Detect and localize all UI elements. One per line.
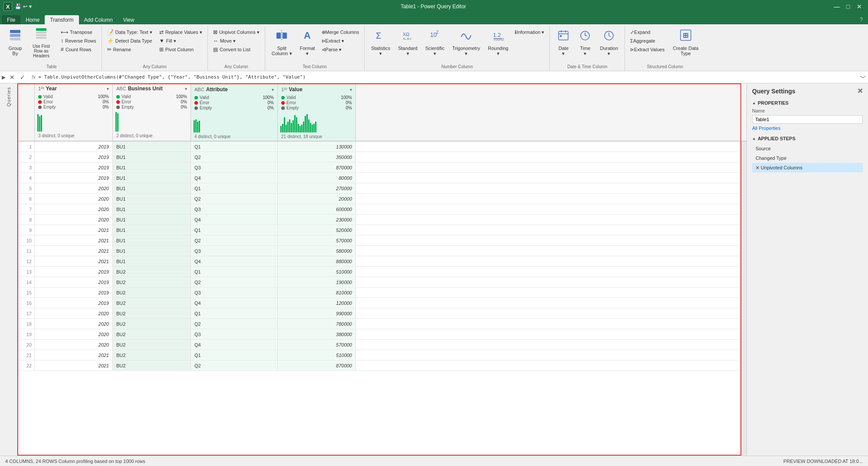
cell-bu: BU2 [113, 350, 191, 360]
format-button[interactable]: A Format▾ [296, 27, 319, 58]
trigonometry-button[interactable]: Trigonometry▾ [448, 27, 484, 58]
tab-add-column[interactable]: Add Column [79, 15, 118, 24]
cell-year: 2019 [35, 298, 113, 308]
col-header-bu: ABC Business Unit ▾ Valid100% Error0% Em… [113, 83, 191, 141]
year-filter-btn[interactable]: ▾ [107, 86, 109, 91]
val-type-icon: 1²³ [281, 87, 287, 92]
extract-button[interactable]: ⊳ Extract ▾ [319, 36, 362, 45]
ribbon-group-number: Σ Statistics▾ XΩ+-×÷ Standard▾ 102 Scien… [365, 26, 550, 71]
step-unpivoted-columns[interactable]: ✕ Unpivoted Columns [752, 163, 863, 172]
date-button[interactable]: Date▾ [552, 27, 574, 58]
reverse-rows-button[interactable]: ↕ Reverse Rows [58, 36, 99, 45]
information-button[interactable]: ℹ Information ▾ [512, 28, 547, 36]
step-source[interactable]: Source [752, 144, 863, 153]
quick-dropdown-icon[interactable]: ▾ [29, 3, 32, 10]
cell-bu: BU2 [113, 288, 191, 297]
convert-list-button[interactable]: ▤ Convert to List [210, 45, 262, 54]
cell-bu: BU2 [113, 277, 191, 287]
step-changed-type[interactable]: Changed Type [752, 153, 863, 163]
cell-bu: BU1 [113, 194, 191, 204]
tab-file[interactable]: File [2, 15, 20, 24]
formula-cancel-btn[interactable]: ✕ [7, 73, 17, 82]
year-stats: Valid100% Error0% Empty0% [36, 93, 112, 111]
fill-button[interactable]: ▼ Fill ▾ [157, 36, 205, 45]
cell-bu: BU1 [113, 173, 191, 183]
row-number: 21 [17, 350, 35, 360]
row-num-header [17, 83, 35, 141]
create-data-type-button[interactable]: ⊞ Create DataType [669, 27, 702, 58]
any-col-right: ⇄ Replace Values ▾ ▼ Fill ▾ ⊞ Pivot Colu… [157, 27, 205, 54]
split-column-button[interactable]: SplitColumn ▾ [268, 27, 296, 58]
cell-bu: BU1 [113, 183, 191, 193]
cell-year: 2020 [35, 194, 113, 204]
all-properties-link[interactable]: All Properties [752, 126, 780, 131]
formula-bar: ▶ ✕ ✓ fx = Table.UnpivotOtherColumns(#"C… [0, 71, 868, 83]
standard-button[interactable]: XΩ+-×÷ Standard▾ [394, 27, 421, 58]
count-rows-button[interactable]: # Count Rows [58, 45, 99, 54]
rounding-button[interactable]: 1.2round Rounding▾ [484, 27, 512, 58]
data-type-button[interactable]: 📝 Data Type: Text ▾ [105, 28, 155, 36]
val-bar-4 [286, 125, 287, 132]
cell-value: 990000 [278, 308, 356, 318]
rename-button[interactable]: ✏ Rename [105, 45, 155, 54]
use-first-row-button[interactable]: Use First Row as Headers [26, 27, 56, 58]
close-button[interactable]: ✕ [854, 2, 865, 11]
help-icon[interactable]: ? [856, 15, 866, 24]
cell-attribute: Q3 [191, 246, 278, 256]
cell-year: 2021 [35, 350, 113, 360]
attr-filter-btn[interactable]: ▾ [272, 87, 274, 92]
bu-filter-btn[interactable]: ▾ [185, 86, 187, 91]
create-data-type-label: Create DataType [673, 46, 698, 56]
val-filter-btn[interactable]: ▾ [350, 87, 352, 92]
number-column-label: Number Column [441, 64, 473, 70]
cell-value: 350000 [278, 152, 356, 162]
svg-text:round: round [494, 37, 504, 41]
formula-input[interactable]: = Table.UnpivotOtherColumns(#"Changed Ty… [38, 74, 859, 80]
replace-values-button[interactable]: ⇄ Replace Values ▾ [157, 28, 205, 36]
unpivot-columns-button[interactable]: ⊠ Unpivot Columns ▾ [210, 28, 262, 36]
transpose-button[interactable]: ⟷ Transpose [58, 28, 99, 36]
cell-bu: BU2 [113, 267, 191, 277]
duration-button[interactable]: Duration▾ [596, 27, 622, 58]
count-rows-icon: # [61, 46, 64, 53]
number-small: ℹ Information ▾ [512, 27, 547, 36]
ribbon-group-any-column: 📝 Data Type: Text ▾ ⚡ Detect Data Type ✏… [102, 26, 208, 71]
statistics-button[interactable]: Σ Statistics▾ [367, 27, 394, 58]
statistics-icon: Σ [375, 29, 386, 44]
applied-steps-section: APPLIED STEPS Source Changed Type ✕ Unpi… [747, 134, 868, 176]
expand-button[interactable]: ⤢ Expand [628, 28, 667, 36]
move-button[interactable]: ↔ Move ▾ [210, 36, 262, 45]
minimize-button[interactable]: — [832, 2, 842, 11]
pivot-column-button[interactable]: ⊞ Pivot Column [157, 45, 205, 54]
quick-save-icon[interactable]: 💾 [15, 3, 21, 10]
attr-bar-1 [194, 120, 195, 132]
formula-confirm-btn[interactable]: ✓ [18, 73, 27, 82]
attr-bar-chart [192, 112, 276, 133]
bu-col-name: Business Unit [128, 86, 183, 92]
detect-data-type-button[interactable]: ⚡ Detect Data Type [105, 36, 155, 45]
merge-columns-button[interactable]: ⊕ Merge Columns [319, 28, 362, 36]
tab-home[interactable]: Home [20, 15, 45, 24]
formula-expand-btn[interactable] [859, 73, 866, 81]
aggregate-button[interactable]: Σ Aggregate [628, 36, 667, 45]
maximize-button[interactable]: □ [843, 2, 853, 11]
aggregate-icon: Σ [630, 38, 633, 43]
extract-values-button[interactable]: ⊳ Extract Values [628, 45, 667, 54]
val-bar-13 [301, 125, 302, 132]
tab-transform[interactable]: Transform [45, 15, 79, 24]
table-group-content: GroupBy Use First Row as Headers ⟷ Trans… [4, 27, 99, 64]
group-by-button[interactable]: GroupBy [4, 27, 26, 58]
rename-icon: ✏ [107, 46, 112, 53]
quick-undo-icon[interactable]: ↩ [23, 3, 27, 10]
val-bar-18 [310, 123, 311, 132]
formula-collapse-btn[interactable]: ▶ [2, 74, 6, 80]
name-input[interactable] [752, 115, 863, 124]
query-settings-close-btn[interactable]: ✕ [857, 87, 863, 95]
datetime-content: Date▾ Time▾ Duration▾ [552, 27, 622, 64]
table-row: 14 2019 BU2 Q2 190000 [17, 277, 746, 288]
scientific-button[interactable]: 102 Scientific▾ [421, 27, 448, 58]
parse-button[interactable]: ⊲ Parse ▾ [319, 45, 362, 54]
time-button[interactable]: Time▾ [574, 27, 596, 58]
query-settings-header: Query Settings ✕ [747, 83, 868, 99]
tab-view[interactable]: View [118, 15, 140, 24]
